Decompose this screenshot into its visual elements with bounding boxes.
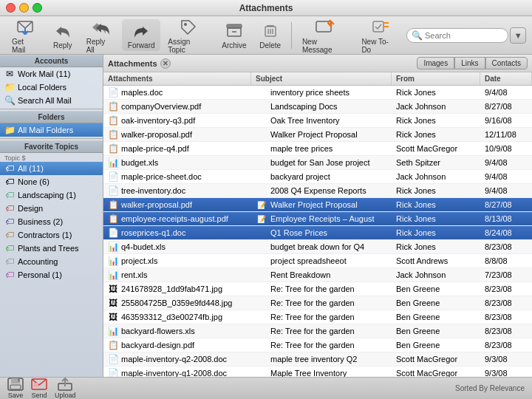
- new-todo-icon: [369, 17, 390, 36]
- table-row[interactable]: 📋 maple-price-q4.pdf maple tree prices S…: [103, 142, 532, 156]
- file-subject-cell: Maple Tree Inventory: [251, 367, 392, 377]
- file-date-cell: 8/23/08: [480, 311, 532, 323]
- file-date-cell: 8/13/08: [480, 213, 532, 225]
- table-row[interactable]: 🖼 255804725B_0359e9fd448.jpg Re: Tree fo…: [103, 296, 532, 310]
- reply-all-button[interactable]: Reply All: [81, 16, 120, 55]
- file-date-cell: 9/4/08: [480, 171, 532, 183]
- file-date-cell: 9/4/08: [480, 157, 532, 168]
- sidebar-topic-design[interactable]: 🏷 Design: [0, 202, 103, 215]
- search-input[interactable]: [425, 31, 499, 40]
- search-all-label: Search All Mail: [18, 96, 72, 105]
- file-subject-cell: inventory price sheets: [251, 86, 392, 98]
- file-date-cell: 8/23/08: [480, 297, 532, 309]
- file-subject-cell: Re: Tree for the garden: [251, 283, 392, 295]
- close-button[interactable]: [6, 3, 16, 13]
- file-subject-cell: Re: Tree for the garden: [251, 325, 392, 337]
- folders-header: Folders: [0, 111, 103, 123]
- search-all-icon: 🔍: [4, 95, 15, 106]
- sidebar-topic-contractors[interactable]: 🏷 Contractors (1): [0, 228, 103, 242]
- images-view-button[interactable]: Images: [417, 57, 454, 69]
- sidebar-topic-landscaping[interactable]: 🏷 Landscaping (1): [0, 188, 103, 202]
- close-tab-button[interactable]: ✕: [160, 58, 171, 69]
- table-row[interactable]: 📊 q4-budet.xls budget break down for Q4 …: [103, 240, 532, 254]
- sidebar-topic-accounting[interactable]: 🏷 Accounting: [0, 255, 103, 268]
- search-options-button[interactable]: ▼: [510, 27, 526, 44]
- file-from-cell: Jack Johnson: [392, 100, 480, 112]
- file-from-cell: Rick Jones: [392, 213, 480, 225]
- reply-all-icon: [90, 17, 111, 36]
- assign-topic-button[interactable]: Assign Topic: [162, 16, 214, 55]
- file-from-cell: Jack Johnson: [392, 269, 480, 281]
- new-todo-button[interactable]: New To-Do: [355, 16, 403, 55]
- save-icon: [7, 378, 24, 391]
- table-row[interactable]: 🖼 463593312_d3e00274fb.jpg Re: Tree for …: [103, 310, 532, 324]
- search-bar[interactable]: 🔍: [406, 28, 508, 43]
- table-row[interactable]: 📊 budget.xls budget for San Jose project…: [103, 156, 532, 170]
- table-row[interactable]: 📋 backyard-design.pdf Re: Tree for the g…: [103, 338, 532, 352]
- table-row[interactable]: 📄 maple-price-sheet.doc backyard project…: [103, 170, 532, 184]
- get-mail-button[interactable]: Get Mail: [6, 16, 45, 55]
- file-subject-cell: Rent Breakdown: [251, 269, 392, 281]
- table-row[interactable]: 📊 rent.xls Rent Breakdown Jack Johnson 7…: [103, 268, 532, 282]
- send-button[interactable]: Send: [31, 378, 47, 399]
- archive-button[interactable]: Archive: [216, 19, 252, 51]
- table-row[interactable]: 📋 companyOverview.pdf Landscaping Docs J…: [103, 100, 532, 114]
- contacts-view-button[interactable]: Contacts: [485, 57, 528, 69]
- file-date-cell: 9/16/08: [480, 115, 532, 126]
- table-row[interactable]: 📋 walker-proposal.pdf 📝 Walker Project P…: [103, 198, 532, 212]
- sidebar-topic-all[interactable]: 🏷 All (11): [0, 162, 103, 175]
- file-list-container[interactable]: Attachments Subject From Date 📄 maples.d…: [103, 72, 532, 377]
- table-row[interactable]: 📋 walker-proposal.pdf Walker Project Pro…: [103, 128, 532, 142]
- sidebar-topic-plants[interactable]: 🏷 Plants and Trees: [0, 242, 103, 255]
- file-name-cell: 📄 maple-inventory-q2-2008.doc: [103, 352, 251, 366]
- save-button[interactable]: Save: [7, 378, 24, 399]
- file-subject-cell: Walker Project Proposal: [251, 129, 392, 140]
- file-from-cell: Rick Jones: [392, 199, 480, 211]
- table-row[interactable]: 📄 maple-inventory-q2-2008.doc maple tree…: [103, 352, 532, 366]
- file-name-cell: 🖼 463593312_d3e00274fb.jpg: [103, 310, 251, 324]
- table-row[interactable]: 📋 employee-receipts-august.pdf 📝 Employe…: [103, 212, 532, 226]
- window-controls: [6, 3, 42, 13]
- file-from-cell: Scott Andrews: [392, 255, 480, 267]
- sidebar-topic-personal[interactable]: 🏷 Personal (1): [0, 268, 103, 282]
- header-subject: Subject: [251, 72, 392, 85]
- header-from: From: [392, 72, 480, 85]
- file-subject-cell: budget break down for Q4: [251, 241, 392, 253]
- work-mail-icon: ✉: [4, 69, 15, 79]
- new-message-icon: [315, 17, 335, 36]
- topic-personal-label: Personal (1): [18, 270, 62, 279]
- new-message-button[interactable]: New Message: [296, 16, 355, 55]
- sidebar-item-all-mail[interactable]: 📁 All Mail Folders: [0, 123, 103, 137]
- local-folders-icon: 📁: [4, 82, 15, 92]
- table-row[interactable]: 📊 backyard-flowers.xls Re: Tree for the …: [103, 324, 532, 338]
- reply-button[interactable]: Reply: [47, 19, 79, 51]
- minimize-button[interactable]: [19, 3, 29, 13]
- forward-button[interactable]: Forward: [122, 19, 160, 51]
- file-type-icon: 🖼: [108, 298, 118, 308]
- sidebar-divider-2: [0, 138, 103, 139]
- table-row[interactable]: 📄 roseprices-q1.doc Q1 Rose Prices Rick …: [103, 226, 532, 240]
- file-subject-cell: Q1 Rose Prices: [251, 227, 392, 239]
- upload-button[interactable]: Upload: [55, 378, 76, 399]
- delete-button[interactable]: Delete: [253, 19, 287, 51]
- sidebar-item-local-folders[interactable]: 📁 Local Folders: [0, 81, 103, 94]
- maximize-button[interactable]: [33, 3, 42, 13]
- window-title: Attachments: [239, 3, 293, 13]
- file-name-cell: 📋 employee-receipts-august.pdf: [103, 212, 251, 225]
- links-view-button[interactable]: Links: [454, 57, 485, 69]
- sidebar-item-work-mail[interactable]: ✉ Work Mail (11): [0, 67, 103, 81]
- table-row[interactable]: 🖼 241678928_1dd9fab471.jpg Re: Tree for …: [103, 282, 532, 296]
- table-row[interactable]: 📄 maple-inventory-q1-2008.doc Maple Tree…: [103, 366, 532, 377]
- table-row[interactable]: 📄 maples.doc inventory price sheets Rick…: [103, 86, 532, 100]
- search-all-mail-item[interactable]: 🔍 Search All Mail: [0, 94, 103, 107]
- table-row[interactable]: 📄 tree-inventory.doc 2008 Q4 Expense Rep…: [103, 184, 532, 198]
- file-subject-cell: maple tree inventory Q2: [251, 353, 392, 365]
- sidebar-topic-none[interactable]: 🏷 None (6): [0, 175, 103, 188]
- table-row[interactable]: 📊 project.xls project spreadsheeot Scott…: [103, 254, 532, 268]
- delete-icon: [260, 21, 281, 40]
- file-from-cell: Rick Jones: [392, 115, 480, 126]
- table-row[interactable]: 📋 oak-inventory-q3.pdf Oak Tree Inventor…: [103, 114, 532, 128]
- sidebar-topic-business[interactable]: 🏷 Business (2): [0, 215, 103, 228]
- topic-design-icon: 🏷: [4, 203, 15, 214]
- file-name-cell: 📄 maple-inventory-q1-2008.doc: [103, 366, 251, 377]
